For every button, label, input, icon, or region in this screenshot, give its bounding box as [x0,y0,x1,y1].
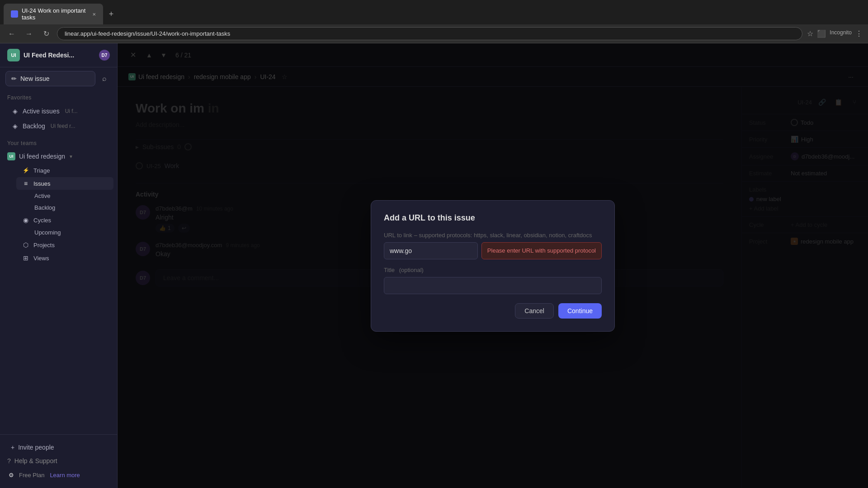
sidebar-item-projects[interactable]: ⬡ Projects [16,239,113,251]
forward-button[interactable]: → [23,28,35,40]
favorites-label: Favorites [0,92,117,103]
bookmark-icon[interactable]: ☆ [807,29,813,38]
url-bar[interactable]: linear.app/ui-feed-redesign/issue/UI-24/… [57,27,802,40]
active-tab[interactable]: UI-24 Work on important tasks × [4,4,103,24]
sidebar-item-views[interactable]: ⊞ Views [16,252,113,264]
workspace-icon: UI [7,49,20,61]
title-field-label: Title (optional) [384,267,602,273]
sidebar-item-issues[interactable]: ≡ Issues [16,177,113,190]
plan-icon: ⚙ [7,471,15,479]
upcoming-label: Upcoming [34,229,61,236]
favorites-section: Favorites ◈ Active issues Ui f... ◈ Back… [0,90,117,136]
new-tab-button[interactable]: + [105,8,118,20]
active-issues-sub: Ui f... [65,108,78,114]
help-label: Help & Support [14,457,57,465]
modal-overlay: Add a URL to this issue URL to link – su… [118,43,868,488]
sidebar-bottom: + Invite people ? Help & Support ⚙ Free … [0,434,117,488]
title-input[interactable] [384,277,602,294]
cycles-sub-items: Upcoming [13,227,117,238]
issues-label: Issues [33,180,51,187]
sidebar-item-backlog-sub[interactable]: Backlog [29,202,113,213]
learn-more-link[interactable]: Learn more [50,472,80,479]
url-field-label: URL to link – supported protocols: https… [384,232,602,239]
refresh-button[interactable]: ↻ [40,28,52,40]
address-bar: ← → ↻ linear.app/ui-feed-redesign/issue/… [0,24,868,43]
browser-actions: ☆ ⬛ Incognito ⋮ [807,29,863,38]
invite-label: Invite people [18,444,54,451]
workspace-header: UI UI Feed Redesi... D7 [0,43,117,67]
url-error-message: Please enter URL with supported protocol [481,242,602,259]
add-url-modal: Add a URL to this issue URL to link – su… [371,200,615,332]
search-icon: ⌕ [102,75,107,83]
url-input[interactable] [384,242,478,259]
app: UI UI Feed Redesi... D7 ✏ New issue ⌕ Fa… [0,43,868,488]
sidebar-item-help[interactable]: ? Help & Support [7,455,110,467]
sidebar-item-active[interactable]: Active [29,190,113,202]
backlog-label: Backlog [23,122,45,130]
active-issues-label: Active issues [23,108,60,115]
team-sub-items: ⚡ Triage ≡ Issues Active Backlog ◉ [0,164,117,264]
tab-favicon [11,10,18,18]
back-button[interactable]: ← [5,28,18,40]
backlog-sub-label: Backlog [34,204,55,211]
sidebar-item-triage[interactable]: ⚡ Triage [16,164,113,177]
sidebar-item-upcoming[interactable]: Upcoming [29,227,113,238]
sidebar-item-invite[interactable]: + Invite people [11,441,106,454]
new-issue-icon: ✏ [11,75,17,82]
cycles-label: Cycles [33,217,51,224]
sidebar-item-cycles[interactable]: ◉ Cycles [16,214,113,226]
tab-close-button[interactable]: × [92,11,96,18]
user-avatar[interactable]: D7 [99,50,110,61]
backlog-sub: Ui feed r... [51,123,75,129]
projects-icon: ⬡ [22,241,30,249]
continue-button[interactable]: Continue [558,303,602,319]
sidebar-item-backlog[interactable]: ◈ Backlog Ui feed r... [4,119,113,133]
new-issue-label: New issue [20,75,50,82]
help-icon: ? [7,457,11,465]
your-teams-label: Your teams [0,137,117,149]
projects-label: Projects [33,242,55,249]
sidebar-actions: ✏ New issue ⌕ [0,67,117,90]
menu-icon[interactable]: ⋮ [855,29,863,38]
active-label: Active [34,192,50,199]
url-input-row: Please enter URL with supported protocol [384,242,602,259]
issues-icon: ≡ [22,179,30,188]
profile-icon[interactable]: Incognito [830,29,852,38]
browser-chrome: UI-24 Work on important tasks × + ← → ↻ … [0,0,868,43]
extensions-icon[interactable]: ⬛ [817,29,826,38]
tab-title: UI-24 Work on important tasks [22,7,89,21]
url-text: linear.app/ui-feed-redesign/issue/UI-24/… [65,30,230,37]
invite-icon: + [11,444,14,451]
views-label: Views [33,255,49,262]
cycles-icon: ◉ [22,216,30,224]
sidebar: UI UI Feed Redesi... D7 ✏ New issue ⌕ Fa… [0,43,118,488]
workspace-name: UI Feed Redesi... [24,52,95,59]
triage-icon: ⚡ [22,166,30,174]
modal-title: Add a URL to this issue [384,213,602,223]
chevron-down-icon: ▼ [69,154,73,159]
search-button[interactable]: ⌕ [97,71,112,86]
new-issue-button[interactable]: ✏ New issue [5,71,95,86]
plan-label: Free Plan [19,472,44,479]
views-icon: ⊞ [22,254,30,262]
sidebar-item-active-issues[interactable]: ◈ Active issues Ui f... [4,104,113,118]
issues-sub-items: Active Backlog [13,190,117,213]
free-plan-section: ⚙ Free Plan Learn more [7,467,110,483]
team-icon: UI [7,152,15,160]
team-header[interactable]: UI Ui feed redesign ▼ [0,149,117,164]
tab-bar: UI-24 Work on important tasks × + [0,0,868,24]
main-content: ✕ ▲ ▼ 6 / 21 UI Ui feed redesign › redes… [118,43,868,488]
backlog-icon: ◈ [11,122,19,130]
triage-label: Triage [33,167,50,174]
modal-actions: Cancel Continue [384,303,602,319]
teams-section: Your teams UI Ui feed redesign ▼ ⚡ Triag… [0,136,117,267]
active-issues-icon: ◈ [11,107,19,115]
team-name: Ui feed redesign [19,153,65,160]
cancel-button[interactable]: Cancel [515,303,554,319]
